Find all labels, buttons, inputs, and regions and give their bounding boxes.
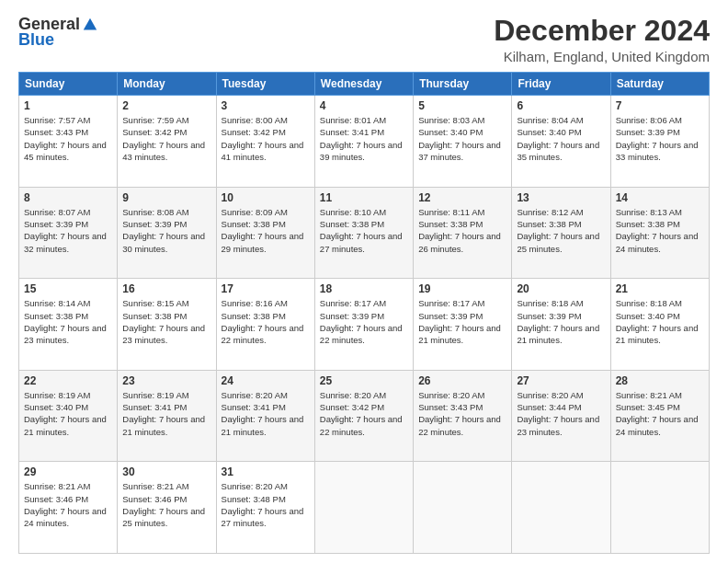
calendar-cell: 2Sunrise: 7:59 AM Sunset: 3:42 PM Daylig… [118, 96, 216, 188]
cell-text: Sunrise: 8:14 AM Sunset: 3:38 PM Dayligh… [24, 297, 112, 346]
week-row-1: 1Sunrise: 7:57 AM Sunset: 3:43 PM Daylig… [19, 96, 710, 188]
calendar-cell: 25Sunrise: 8:20 AM Sunset: 3:42 PM Dayli… [314, 370, 413, 462]
calendar-cell: 1Sunrise: 7:57 AM Sunset: 3:43 PM Daylig… [19, 96, 118, 188]
cell-text: Sunrise: 8:15 AM Sunset: 3:38 PM Dayligh… [122, 297, 210, 346]
page-title: December 2024 [494, 15, 710, 47]
day-number: 27 [517, 374, 605, 387]
day-number: 26 [418, 374, 506, 387]
calendar-cell: 18Sunrise: 8:17 AM Sunset: 3:39 PM Dayli… [314, 279, 413, 371]
calendar-cell: 17Sunrise: 8:16 AM Sunset: 3:38 PM Dayli… [216, 279, 314, 371]
cell-text: Sunrise: 8:01 AM Sunset: 3:41 PM Dayligh… [320, 114, 408, 163]
calendar-cell [314, 462, 413, 554]
calendar-cell: 10Sunrise: 8:09 AM Sunset: 3:38 PM Dayli… [216, 187, 314, 279]
cell-text: Sunrise: 8:20 AM Sunset: 3:44 PM Dayligh… [517, 389, 605, 438]
day-number: 22 [24, 374, 112, 387]
logo: General Blue [18, 15, 98, 50]
calendar-cell: 26Sunrise: 8:20 AM Sunset: 3:43 PM Dayli… [414, 370, 512, 462]
day-number: 29 [24, 465, 112, 478]
day-number: 4 [320, 99, 408, 112]
calendar-cell: 28Sunrise: 8:21 AM Sunset: 3:45 PM Dayli… [610, 370, 709, 462]
calendar-cell: 27Sunrise: 8:20 AM Sunset: 3:44 PM Dayli… [512, 370, 610, 462]
day-number: 1 [24, 99, 112, 112]
calendar-cell: 22Sunrise: 8:19 AM Sunset: 3:40 PM Dayli… [19, 370, 118, 462]
calendar-cell: 11Sunrise: 8:10 AM Sunset: 3:38 PM Dayli… [314, 187, 413, 279]
calendar-cell: 4Sunrise: 8:01 AM Sunset: 3:41 PM Daylig… [314, 96, 413, 188]
day-number: 21 [616, 282, 704, 295]
weekday-header-friday: Friday [512, 73, 610, 96]
calendar-cell: 15Sunrise: 8:14 AM Sunset: 3:38 PM Dayli… [19, 279, 118, 371]
weekday-header-row: SundayMondayTuesdayWednesdayThursdayFrid… [19, 73, 710, 96]
calendar-cell: 31Sunrise: 8:20 AM Sunset: 3:48 PM Dayli… [216, 462, 314, 554]
cell-text: Sunrise: 8:21 AM Sunset: 3:45 PM Dayligh… [616, 389, 704, 438]
cell-text: Sunrise: 8:09 AM Sunset: 3:38 PM Dayligh… [222, 206, 310, 255]
calendar-cell: 9Sunrise: 8:08 AM Sunset: 3:39 PM Daylig… [118, 187, 216, 279]
cell-text: Sunrise: 8:12 AM Sunset: 3:38 PM Dayligh… [517, 206, 605, 255]
day-number: 25 [320, 374, 408, 387]
day-number: 7 [616, 99, 704, 112]
weekday-header-saturday: Saturday [610, 73, 709, 96]
calendar-cell: 29Sunrise: 8:21 AM Sunset: 3:46 PM Dayli… [19, 462, 118, 554]
weekday-header-tuesday: Tuesday [216, 73, 314, 96]
cell-text: Sunrise: 8:10 AM Sunset: 3:38 PM Dayligh… [320, 206, 408, 255]
title-block: December 2024 Kilham, England, United Ki… [494, 15, 710, 64]
cell-text: Sunrise: 8:17 AM Sunset: 3:39 PM Dayligh… [320, 297, 408, 346]
cell-text: Sunrise: 8:03 AM Sunset: 3:40 PM Dayligh… [418, 114, 506, 163]
day-number: 2 [122, 99, 210, 112]
calendar-cell: 3Sunrise: 8:00 AM Sunset: 3:42 PM Daylig… [216, 96, 314, 188]
week-row-5: 29Sunrise: 8:21 AM Sunset: 3:46 PM Dayli… [19, 462, 710, 554]
day-number: 13 [517, 191, 605, 204]
day-number: 11 [320, 191, 408, 204]
day-number: 6 [517, 99, 605, 112]
cell-text: Sunrise: 8:21 AM Sunset: 3:46 PM Dayligh… [24, 480, 112, 529]
day-number: 8 [24, 191, 112, 204]
cell-text: Sunrise: 8:13 AM Sunset: 3:38 PM Dayligh… [616, 206, 704, 255]
cell-text: Sunrise: 8:11 AM Sunset: 3:38 PM Dayligh… [418, 206, 506, 255]
day-number: 10 [222, 191, 310, 204]
cell-text: Sunrise: 8:04 AM Sunset: 3:40 PM Dayligh… [517, 114, 605, 163]
svg-marker-0 [84, 17, 97, 29]
page-subtitle: Kilham, England, United Kingdom [494, 49, 710, 64]
calendar-cell: 19Sunrise: 8:17 AM Sunset: 3:39 PM Dayli… [414, 279, 512, 371]
logo-icon [82, 17, 98, 33]
weekday-header-thursday: Thursday [414, 73, 512, 96]
cell-text: Sunrise: 8:16 AM Sunset: 3:38 PM Dayligh… [222, 297, 310, 346]
cell-text: Sunrise: 7:57 AM Sunset: 3:43 PM Dayligh… [24, 114, 112, 163]
cell-text: Sunrise: 8:07 AM Sunset: 3:39 PM Dayligh… [24, 206, 112, 255]
calendar-cell: 30Sunrise: 8:21 AM Sunset: 3:46 PM Dayli… [118, 462, 216, 554]
calendar-cell: 5Sunrise: 8:03 AM Sunset: 3:40 PM Daylig… [414, 96, 512, 188]
calendar-cell: 24Sunrise: 8:20 AM Sunset: 3:41 PM Dayli… [216, 370, 314, 462]
cell-text: Sunrise: 8:18 AM Sunset: 3:39 PM Dayligh… [517, 297, 605, 346]
day-number: 20 [517, 282, 605, 295]
day-number: 23 [122, 374, 210, 387]
day-number: 12 [418, 191, 506, 204]
calendar-cell: 12Sunrise: 8:11 AM Sunset: 3:38 PM Dayli… [414, 187, 512, 279]
week-row-4: 22Sunrise: 8:19 AM Sunset: 3:40 PM Dayli… [19, 370, 710, 462]
cell-text: Sunrise: 8:21 AM Sunset: 3:46 PM Dayligh… [122, 480, 210, 529]
calendar-cell: 20Sunrise: 8:18 AM Sunset: 3:39 PM Dayli… [512, 279, 610, 371]
calendar-table: SundayMondayTuesdayWednesdayThursdayFrid… [18, 72, 710, 554]
cell-text: Sunrise: 8:20 AM Sunset: 3:42 PM Dayligh… [320, 389, 408, 438]
day-number: 31 [222, 465, 310, 478]
day-number: 15 [24, 282, 112, 295]
cell-text: Sunrise: 7:59 AM Sunset: 3:42 PM Dayligh… [122, 114, 210, 163]
weekday-header-wednesday: Wednesday [314, 73, 413, 96]
calendar-cell: 13Sunrise: 8:12 AM Sunset: 3:38 PM Dayli… [512, 187, 610, 279]
cell-text: Sunrise: 8:18 AM Sunset: 3:40 PM Dayligh… [616, 297, 704, 346]
cell-text: Sunrise: 8:20 AM Sunset: 3:43 PM Dayligh… [418, 389, 506, 438]
day-number: 28 [616, 374, 704, 387]
cell-text: Sunrise: 8:06 AM Sunset: 3:39 PM Dayligh… [616, 114, 704, 163]
day-number: 24 [222, 374, 310, 387]
header: General Blue December 2024 Kilham, Engla… [18, 15, 710, 64]
calendar-cell: 7Sunrise: 8:06 AM Sunset: 3:39 PM Daylig… [610, 96, 709, 188]
calendar-cell: 16Sunrise: 8:15 AM Sunset: 3:38 PM Dayli… [118, 279, 216, 371]
week-row-2: 8Sunrise: 8:07 AM Sunset: 3:39 PM Daylig… [19, 187, 710, 279]
cell-text: Sunrise: 8:20 AM Sunset: 3:41 PM Dayligh… [222, 389, 310, 438]
logo-blue-text: Blue [18, 30, 54, 50]
calendar-cell: 21Sunrise: 8:18 AM Sunset: 3:40 PM Dayli… [610, 279, 709, 371]
cell-text: Sunrise: 8:00 AM Sunset: 3:42 PM Dayligh… [222, 114, 310, 163]
week-row-3: 15Sunrise: 8:14 AM Sunset: 3:38 PM Dayli… [19, 279, 710, 371]
weekday-header-sunday: Sunday [19, 73, 118, 96]
calendar-cell: 23Sunrise: 8:19 AM Sunset: 3:41 PM Dayli… [118, 370, 216, 462]
calendar-cell [610, 462, 709, 554]
cell-text: Sunrise: 8:08 AM Sunset: 3:39 PM Dayligh… [122, 206, 210, 255]
